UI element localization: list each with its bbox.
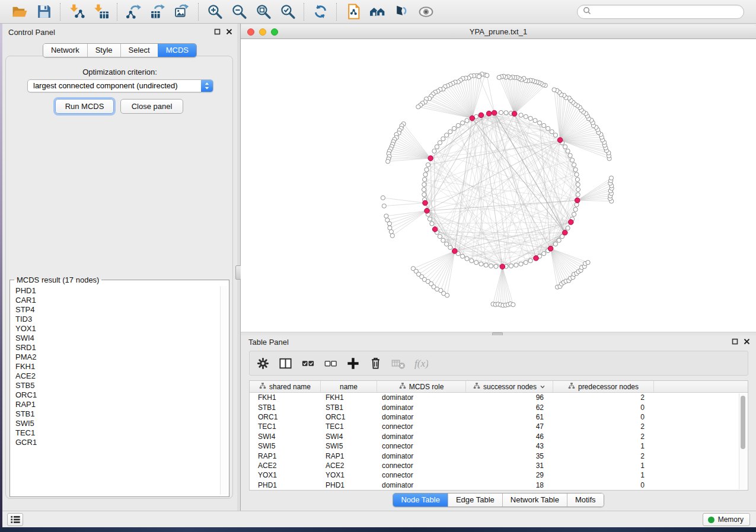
save-session-icon[interactable] [36, 4, 52, 20]
delete-row-icon[interactable] [368, 355, 383, 371]
add-row-icon[interactable] [345, 355, 361, 371]
table-row[interactable]: FKH1FKH1dominator962 [250, 393, 739, 402]
table-row[interactable]: YOX1YOX1connector291 [250, 470, 739, 480]
table-row[interactable]: SWI5SWI5connector431 [250, 441, 739, 451]
mcds-result-item[interactable]: YOX1 [15, 324, 217, 334]
memory-button[interactable]: Memory [703, 513, 750, 526]
search-box[interactable] [577, 5, 744, 19]
table-scrollbar[interactable] [739, 393, 747, 489]
import-table-icon[interactable] [92, 4, 109, 20]
table-scrollbar-thumb[interactable] [741, 396, 745, 449]
network-canvas [241, 39, 756, 332]
close-table-panel-icon[interactable] [744, 338, 750, 345]
mcds-result-item[interactable]: ACE2 [15, 371, 217, 381]
tab-style[interactable]: Style [87, 44, 120, 57]
search-input[interactable] [594, 7, 738, 17]
zoom-selected-icon[interactable] [279, 4, 296, 20]
mcds-result-item[interactable]: FKH1 [15, 362, 217, 371]
attribute-icon [473, 382, 480, 391]
network-from-file-icon[interactable] [344, 4, 361, 20]
export-network-icon[interactable] [125, 4, 142, 20]
mcds-result-item[interactable]: SWI4 [15, 334, 217, 343]
refresh-layout-icon[interactable] [312, 4, 328, 20]
float-panel-icon[interactable] [214, 28, 221, 35]
cell-shared-name: STB1 [250, 403, 321, 412]
mcds-result-item[interactable]: GCR1 [15, 438, 217, 447]
minimize-window-icon[interactable] [259, 28, 266, 36]
show-columns-icon[interactable] [277, 355, 293, 371]
close-window-icon[interactable] [247, 28, 254, 36]
optimization-select[interactable]: largest connected component (undirected) [27, 79, 213, 92]
mcds-result-item[interactable]: PHD1 [15, 286, 217, 296]
select-all-icon[interactable] [300, 355, 315, 371]
table-tab-node-table[interactable]: Node Table [393, 493, 448, 507]
mcds-result-item[interactable]: RAP1 [15, 400, 217, 409]
mcds-result-item[interactable]: SWI5 [15, 419, 217, 428]
column-header-shared-name[interactable]: shared name [250, 381, 321, 392]
mcds-result-item[interactable]: TID3 [15, 315, 217, 324]
network-graph[interactable] [241, 39, 756, 332]
mcds-result-item[interactable]: STB5 [15, 381, 217, 390]
table-tab-motifs[interactable]: Motifs [567, 493, 604, 507]
screen: Control Panel NetworkStyleSelectMCDS Opt… [0, 0, 756, 532]
zoom-out-icon[interactable] [231, 4, 247, 20]
table-row[interactable]: ACE2ACE2connector311 [250, 461, 739, 470]
cell-predecessor-nodes: 1 [553, 462, 654, 470]
table-row[interactable]: TEC1TEC1connector472 [250, 422, 739, 431]
table-row[interactable]: ORC1ORC1dominator610 [250, 412, 739, 422]
control-panel-titlebar: Control Panel [2, 24, 237, 40]
close-panel-button[interactable]: Close panel [120, 99, 183, 114]
birdseye-view-icon[interactable] [417, 4, 434, 20]
table-row[interactable]: SWI4SWI4dominator462 [250, 432, 739, 441]
toggle-graphics-details-icon[interactable] [393, 4, 410, 20]
import-network-icon[interactable] [68, 4, 85, 20]
maximize-window-icon[interactable] [271, 28, 278, 36]
deselect-all-icon[interactable] [323, 355, 338, 371]
cell-name: ORC1 [321, 413, 377, 421]
column-header-name[interactable]: name [321, 381, 377, 392]
float-table-panel-icon[interactable] [732, 338, 738, 345]
column-header-successor-nodes[interactable]: successor nodes [466, 381, 553, 392]
toolbar-group [304, 3, 336, 21]
cell-MCDS-role: connector [377, 462, 466, 470]
mcds-result-item[interactable]: SRD1 [15, 343, 217, 352]
table-tab-network-table[interactable]: Network Table [502, 493, 567, 507]
column-header-predecessor-nodes[interactable]: predecessor nodes [553, 381, 654, 392]
table-row[interactable]: PHD1PHD1dominator180 [250, 480, 739, 490]
column-settings-icon[interactable] [255, 355, 270, 371]
cell-successor-nodes: 47 [466, 422, 553, 431]
table-row[interactable]: RAP1RAP1dominator352 [250, 451, 739, 460]
mcds-result-item[interactable]: ORC1 [15, 390, 217, 400]
zoom-in-icon[interactable] [206, 4, 223, 20]
column-header-MCDS-role[interactable]: MCDS role [377, 381, 466, 392]
cell-successor-nodes: 31 [466, 462, 553, 470]
mcds-result-item[interactable]: TEC1 [15, 428, 217, 438]
run-mcds-button[interactable]: Run MCDS [55, 99, 114, 114]
mcds-result-item[interactable]: STP4 [15, 305, 217, 315]
zoom-fit-icon[interactable] [255, 4, 272, 20]
mcds-result-item[interactable]: PMA2 [15, 352, 217, 362]
table-panel: Table Panel f(x) shared namenameMCDS rol… [241, 335, 756, 511]
toolbar-group [4, 3, 60, 21]
task-history-button[interactable] [7, 513, 23, 526]
mcds-result-item[interactable]: CAR1 [15, 296, 217, 305]
cell-predecessor-nodes: 2 [553, 432, 654, 441]
export-image-icon[interactable] [174, 4, 190, 20]
cell-shared-name: FKH1 [250, 393, 321, 402]
cell-MCDS-role: dominator [377, 413, 466, 421]
tab-network[interactable]: Network [43, 44, 87, 57]
table-panel-title: Table Panel [248, 338, 289, 347]
first-neighbors-icon[interactable] [369, 4, 385, 20]
tab-mcds[interactable]: MCDS [158, 44, 196, 57]
tab-select[interactable]: Select [120, 44, 158, 57]
export-table-icon[interactable] [149, 4, 166, 20]
cell-predecessor-nodes: 1 [553, 442, 654, 450]
table-row[interactable]: STB1STB1dominator620 [250, 402, 739, 412]
table-tab-edge-table[interactable]: Edge Table [448, 493, 502, 507]
close-panel-icon[interactable] [226, 28, 232, 35]
mcds-result-item[interactable]: STB1 [15, 409, 217, 419]
svg-text:f(x): f(x) [414, 358, 428, 369]
open-session-icon[interactable] [11, 4, 28, 20]
optimization-label: Optimization criterion: [2, 68, 237, 76]
mcds-list-scrollbar[interactable] [220, 286, 227, 495]
